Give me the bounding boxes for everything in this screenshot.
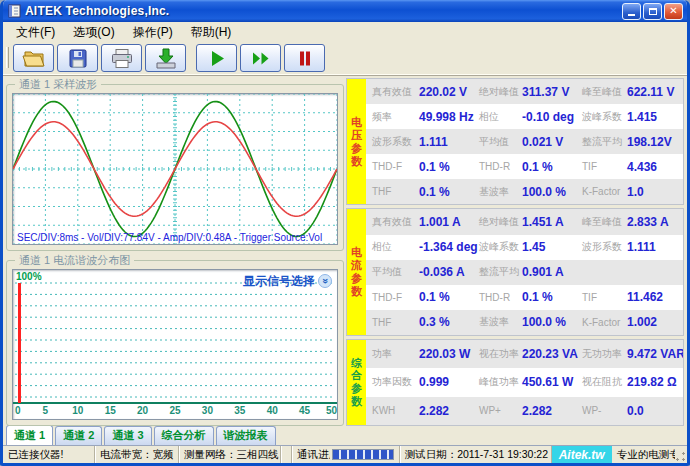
param-row: THF0.1 %基波率100.0 %K-Factor1.0 [366, 179, 683, 204]
export-icon [154, 48, 178, 69]
param-label: 平均值 [367, 265, 417, 279]
minimize-icon [628, 14, 635, 16]
param-row: 功率220.03 W视在功率220.23 VA无功功率9.472 VAR [366, 340, 683, 368]
param-row: 功率因数0.999峰值功率450.61 W视在阻抗219.82 Ω [366, 368, 683, 396]
pause-button[interactable] [284, 44, 325, 72]
toolbar-grip[interactable] [6, 47, 9, 68]
open-button[interactable] [13, 44, 54, 72]
param-section-0: 电压参数真有效值220.02 V绝对峰值311.37 V峰至峰值622.11 V… [346, 78, 684, 205]
tab-2[interactable]: 通道 3 [104, 426, 151, 445]
param-label: 视在功率 [474, 347, 520, 361]
tab-0[interactable]: 通道 1 [6, 425, 53, 445]
param-label: 波形系数 [577, 240, 625, 254]
status-spacer [281, 446, 292, 463]
play-icon [205, 48, 229, 69]
close-button[interactable]: ✕ [664, 3, 683, 20]
titlebar: AITEK Technologies,Inc. ✕ [3, 0, 687, 22]
param-label: 功率 [367, 347, 417, 361]
param-label: 波形系数 [367, 135, 417, 149]
menu-item-2[interactable]: 操作(P) [124, 22, 182, 43]
param-value: 0.0 [625, 404, 682, 418]
param-value: 1.002 [625, 315, 682, 329]
maximize-button[interactable] [643, 3, 662, 20]
x-tick-25: 25 [169, 405, 180, 416]
waveform-groupbox: 通道 1 采样波形 SEC/DIV:8ms - Vol/DIV:77.84V -… [6, 84, 344, 251]
param-section-1: 电流参数真有效值1.001 A绝对峰值1.451 A峰至峰值2.833 A相位-… [346, 208, 684, 335]
param-value: 100.0 % [520, 185, 577, 199]
param-rows: 功率220.03 W视在功率220.23 VA无功功率9.472 VAR功率因数… [366, 340, 683, 425]
menubar: 文件(F)选项(O)操作(P)帮助(H) [3, 22, 687, 42]
param-label: 峰至峰值 [577, 85, 625, 99]
harmonic-ymax-label: 100% [16, 271, 42, 282]
print-button[interactable] [101, 44, 142, 72]
status-progress [330, 446, 399, 463]
param-value: 622.11 V [625, 85, 682, 99]
resize-grip[interactable] [675, 446, 687, 463]
param-value: 0.3 % [417, 315, 474, 329]
param-value: 311.37 V [520, 85, 577, 99]
printer-icon [110, 48, 134, 69]
signal-select-label: 显示信号选择 [243, 273, 315, 290]
param-value: 11.462 [625, 290, 682, 304]
param-value: 1.001 A [417, 215, 474, 229]
param-label: TIF [577, 161, 625, 172]
param-value: 1.45 [520, 240, 577, 254]
waveform-plot: SEC/DIV:8ms - Vol/DIV:77.84V - Amp/DIV:0… [12, 93, 338, 245]
harmonic-canvas [13, 270, 337, 406]
param-row: THD-F0.1 %THD-R0.1 %TIF11.462 [366, 285, 683, 310]
param-label: 功率因数 [367, 375, 417, 389]
param-value: 0.1 % [417, 160, 474, 174]
param-label: TIF [577, 292, 625, 303]
param-value: 4.436 [625, 160, 682, 174]
param-row: 平均值-0.036 A整流平均0.901 A [366, 260, 683, 285]
param-label: 绝对峰值 [474, 85, 520, 99]
param-value: 2.282 [417, 404, 474, 418]
x-tick-50: 50 [326, 405, 337, 416]
param-value: 100.0 % [520, 315, 577, 329]
param-label: 无功功率 [577, 347, 625, 361]
param-value: 0.1 % [520, 290, 577, 304]
x-tick-40: 40 [267, 405, 278, 416]
param-value: 0.1 % [417, 185, 474, 199]
x-tick-15: 15 [105, 405, 116, 416]
run-button[interactable] [196, 44, 237, 72]
app-icon [8, 4, 22, 18]
param-section-label-0: 电压参数 [347, 79, 366, 204]
param-value: 1.415 [625, 110, 682, 124]
tab-3[interactable]: 综合分析 [154, 426, 214, 445]
param-label: K-Factor [577, 317, 625, 328]
param-row: THF0.3 %基波率100.0 %K-Factor1.002 [366, 310, 683, 335]
param-label: 视在阻抗 [577, 375, 625, 389]
save-button[interactable] [57, 44, 98, 72]
progress-fill [333, 450, 392, 459]
param-value: 1.451 A [520, 215, 577, 229]
menu-item-0[interactable]: 文件(F) [7, 22, 64, 43]
param-value: -0.036 A [417, 265, 474, 279]
menu-item-1[interactable]: 选项(O) [64, 22, 123, 43]
chevron-down-icon[interactable]: » [318, 274, 332, 288]
tab-1[interactable]: 通道 2 [55, 426, 102, 445]
main-area: 通道 1 采样波形 SEC/DIV:8ms - Vol/DIV:77.84V -… [3, 76, 687, 428]
export-button[interactable] [145, 44, 186, 72]
waveform-canvas [13, 94, 337, 244]
param-label: KWH [367, 405, 417, 416]
param-label: 基波率 [474, 315, 520, 329]
param-row: KWH2.282WP+2.282WP-0.0 [366, 397, 683, 425]
status-bandwidth: 电流带宽：宽频 [95, 446, 179, 463]
tab-4[interactable]: 谐波报表 [216, 426, 276, 445]
progress-bar [332, 449, 393, 460]
param-label: WP+ [474, 405, 520, 416]
menu-item-3[interactable]: 帮助(H) [182, 22, 241, 43]
signal-select-link[interactable]: 显示信号选择 » [243, 273, 332, 290]
minimize-button[interactable] [622, 3, 641, 20]
param-value: -0.10 deg [520, 110, 577, 124]
param-value: 1.0 [625, 185, 682, 199]
x-tick-45: 45 [299, 405, 310, 416]
param-value: 9.472 VAR [625, 347, 682, 361]
param-value: 220.23 VA [520, 347, 577, 361]
harmonic-plot: 100% 显示信号选择 » 05101520253035404550 [12, 269, 338, 421]
param-value: 0.901 A [520, 265, 577, 279]
fast-forward-button[interactable] [240, 44, 281, 72]
param-value: 0.999 [417, 375, 474, 389]
x-tick-0: 0 [15, 405, 21, 416]
